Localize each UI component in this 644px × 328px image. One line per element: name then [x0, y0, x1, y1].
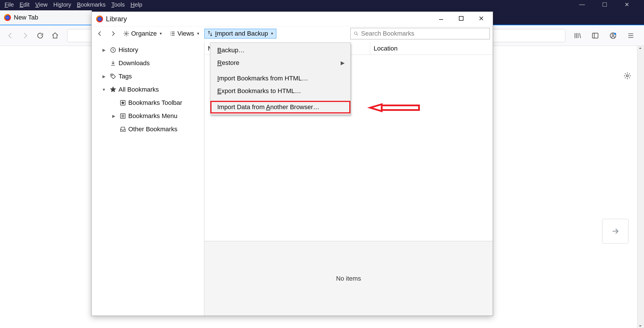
organize-label: Organize: [131, 30, 157, 37]
tree-item-tags[interactable]: ▶ Tags: [92, 70, 204, 83]
menu-history[interactable]: History: [51, 0, 74, 9]
nav-forward-button[interactable]: [19, 29, 32, 42]
firefox-logo-icon: [4, 14, 11, 21]
tree-label: History: [119, 46, 138, 54]
window-maximize-icon[interactable]: ☐: [599, 0, 610, 9]
import-export-icon: [207, 30, 213, 37]
forward-card-button[interactable]: [602, 219, 629, 244]
tree-item-history[interactable]: ▶ History: [92, 43, 204, 57]
tree-label: Bookmarks Toolbar: [128, 99, 182, 107]
window-minimize-icon[interactable]: —: [576, 0, 588, 9]
tab-title: New Tab: [14, 14, 38, 21]
views-label: Views: [177, 30, 194, 37]
menu-item-export-html[interactable]: Export Bookmarks to HTML…: [210, 85, 350, 97]
list-icon: [169, 30, 176, 37]
tree-item-bookmarks-menu[interactable]: ▶ Bookmarks Menu: [92, 109, 204, 123]
window-close-icon[interactable]: ✕: [622, 0, 632, 9]
search-placeholder: Search Bookmarks: [361, 30, 414, 37]
tree-item-downloads[interactable]: Downloads: [92, 57, 204, 70]
toolbar-star-icon: [120, 100, 126, 106]
menu-item-import-another-browser[interactable]: Import Data from Another Browser…: [210, 101, 350, 113]
library-close-button[interactable]: [478, 16, 484, 23]
library-toolbar: Organize▼ Views▼ Import and Backup▼ Sear…: [92, 26, 493, 40]
svg-point-7: [354, 32, 357, 34]
app-menu-button[interactable]: [624, 29, 637, 42]
browser-menubar: File Edit View History Bookmarks Tools H…: [0, 0, 644, 9]
menu-tools[interactable]: Tools: [108, 0, 128, 9]
import-backup-menu-button[interactable]: Import and Backup▼: [204, 29, 276, 38]
library-nav-forward[interactable]: [108, 30, 119, 38]
views-menu-button[interactable]: Views▼: [167, 29, 202, 38]
svg-rect-5: [459, 16, 463, 20]
tag-icon: [110, 73, 116, 80]
search-icon: [354, 31, 359, 36]
library-titlebar: Library: [92, 12, 493, 26]
svg-point-3: [614, 33, 616, 35]
library-icon[interactable]: [571, 29, 584, 42]
menu-file[interactable]: File: [2, 0, 17, 9]
svg-rect-12: [382, 105, 419, 110]
menu-item-backup[interactable]: Backup…: [210, 44, 350, 57]
menu-help[interactable]: Help: [128, 0, 145, 9]
import-backup-dropdown: Backup… Restore▶ Import Bookmarks from H…: [210, 43, 351, 115]
tree-label: All Bookmarks: [119, 86, 159, 93]
tree-label: Tags: [119, 73, 132, 80]
svg-point-9: [112, 75, 112, 76]
scrollbar-vertical[interactable]: [637, 46, 644, 328]
tree-item-bookmarks-toolbar[interactable]: Bookmarks Toolbar: [92, 96, 204, 109]
tree-item-other-bookmarks[interactable]: Other Bookmarks: [92, 123, 204, 136]
menu-edit[interactable]: Edit: [17, 0, 32, 9]
nav-reload-button[interactable]: [34, 29, 46, 42]
browser-tab[interactable]: New Tab: [0, 10, 92, 25]
library-tree: ▶ History Downloads ▶ Tags ▼ All Bookmar…: [92, 42, 204, 316]
tree-label: Other Bookmarks: [128, 126, 177, 133]
nav-back-button[interactable]: [4, 29, 17, 42]
star-icon: [110, 86, 116, 93]
gear-icon: [123, 30, 129, 37]
nav-home-button[interactable]: [49, 29, 61, 42]
account-icon[interactable]: [607, 29, 619, 42]
svg-rect-0: [592, 33, 598, 38]
svg-point-4: [626, 75, 629, 77]
menu-view[interactable]: View: [32, 0, 51, 9]
clock-icon: [110, 47, 116, 53]
tree-label: Bookmarks Menu: [128, 112, 177, 120]
menu-list-icon: [120, 113, 126, 119]
import-backup-label: Import and Backup: [215, 30, 268, 37]
library-title-text: Library: [106, 15, 127, 23]
menu-item-restore[interactable]: Restore▶: [210, 57, 350, 69]
library-nav-back[interactable]: [94, 30, 105, 38]
menu-item-import-html[interactable]: Import Bookmarks from HTML…: [210, 72, 350, 85]
details-empty-text: No items: [336, 275, 361, 282]
tree-label: Downloads: [119, 59, 150, 67]
library-details-pane: No items: [204, 241, 493, 316]
inbox-icon: [120, 126, 126, 132]
annotation-arrow: [367, 99, 422, 118]
svg-point-2: [612, 34, 614, 36]
svg-point-6: [125, 33, 127, 34]
sidebar-icon[interactable]: [589, 29, 602, 42]
tree-item-all-bookmarks[interactable]: ▼ All Bookmarks: [92, 83, 204, 96]
library-search-input[interactable]: Search Bookmarks: [350, 28, 490, 39]
organize-menu-button[interactable]: Organize▼: [121, 29, 165, 38]
library-minimize-button[interactable]: [438, 16, 444, 23]
content-settings-gear-icon[interactable]: [623, 72, 631, 81]
download-icon: [110, 60, 116, 66]
menu-bookmarks[interactable]: Bookmarks: [74, 0, 108, 9]
firefox-logo-icon: [96, 16, 103, 22]
library-maximize-button[interactable]: [458, 16, 464, 23]
column-header-location[interactable]: Location: [370, 45, 493, 52]
